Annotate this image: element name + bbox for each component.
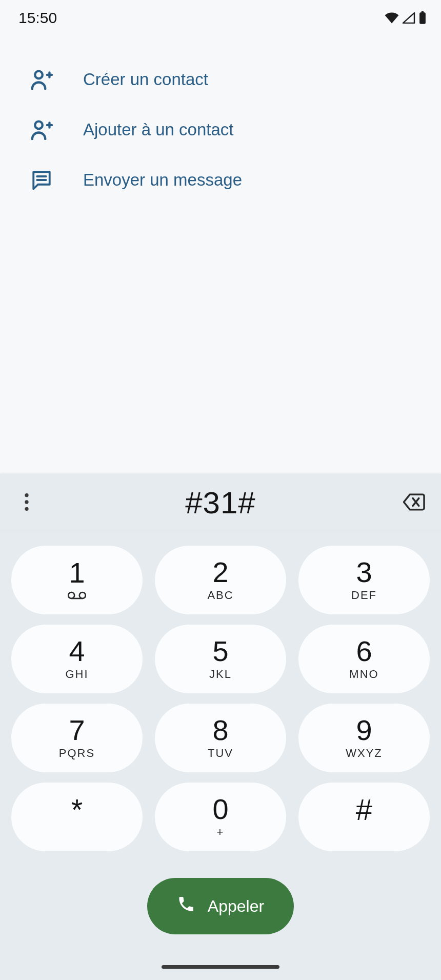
key-4[interactable]: 4 GHI (11, 625, 143, 693)
send-message-label: Envoyer un message (83, 170, 242, 190)
nav-handle[interactable] (162, 965, 279, 969)
status-bar: 15:50 (0, 0, 441, 36)
add-to-contact-button[interactable]: Ajouter à un contact (0, 105, 441, 155)
wifi-icon (385, 12, 399, 24)
cellular-icon (402, 12, 415, 24)
key-digit: 8 (212, 716, 228, 745)
svg-point-3 (35, 122, 43, 129)
key-7[interactable]: 7 PQRS (11, 704, 143, 772)
svg-point-6 (25, 507, 28, 510)
key-digit: 9 (356, 716, 372, 745)
key-letters: ABC (207, 589, 233, 602)
key-letters: + (217, 826, 225, 839)
call-button[interactable]: Appeler (147, 878, 294, 934)
more-vert-icon (25, 493, 29, 513)
key-letters: PQRS (59, 747, 95, 760)
battery-icon (418, 11, 427, 25)
key-letters: WXYZ (346, 747, 383, 760)
key-letters: GHI (65, 668, 88, 681)
create-contact-button[interactable]: Créer un contact (0, 54, 441, 105)
backspace-button[interactable] (399, 488, 430, 518)
svg-point-4 (25, 493, 28, 497)
key-5[interactable]: 5 JKL (155, 625, 286, 693)
status-icons (385, 11, 427, 25)
svg-point-7 (68, 592, 74, 598)
svg-rect-1 (422, 11, 424, 13)
backspace-icon (403, 493, 426, 513)
add-to-contact-label: Ajouter à un contact (83, 120, 234, 139)
key-digit: 3 (356, 558, 372, 587)
key-digit: * (71, 795, 83, 825)
key-star[interactable]: * (11, 783, 143, 851)
key-letters: JKL (209, 668, 232, 681)
dialed-number[interactable]: #31# (42, 485, 399, 521)
person-add-icon (30, 68, 53, 91)
dial-display-row: #31# (0, 474, 441, 532)
keypad: 1 2 ABC 3 DEF 4 GHI 5 JKL 6 MNO (0, 532, 441, 861)
dialer-panel: #31# 1 2 ABC 3 DEF (0, 474, 441, 980)
send-message-button[interactable]: Envoyer un message (0, 155, 441, 205)
key-8[interactable]: 8 TUV (155, 704, 286, 772)
key-letters: MNO (349, 668, 378, 681)
call-label: Appeler (208, 897, 264, 916)
key-3[interactable]: 3 DEF (298, 546, 430, 614)
svg-rect-0 (419, 12, 426, 24)
key-6[interactable]: 6 MNO (298, 625, 430, 693)
voicemail-icon (68, 589, 86, 602)
svg-point-2 (35, 71, 43, 79)
nav-handle-wrap (0, 965, 441, 980)
svg-point-8 (79, 592, 86, 598)
create-contact-label: Créer un contact (83, 70, 208, 89)
key-0[interactable]: 0 + (155, 783, 286, 851)
key-digit: 2 (212, 558, 228, 587)
key-2[interactable]: 2 ABC (155, 546, 286, 614)
person-add-icon (30, 118, 53, 142)
key-digit: # (356, 795, 372, 825)
more-options-button[interactable] (11, 488, 42, 518)
phone-icon (177, 895, 195, 917)
key-hash[interactable]: # (298, 783, 430, 851)
message-icon (30, 168, 53, 192)
key-digit: 5 (212, 637, 228, 666)
key-1[interactable]: 1 (11, 546, 143, 614)
contact-actions: Créer un contact Ajouter à un contact En… (0, 36, 441, 205)
call-row: Appeler (0, 861, 441, 965)
key-digit: 7 (69, 716, 85, 745)
svg-point-5 (25, 500, 28, 504)
status-time: 15:50 (18, 9, 57, 27)
key-digit: 4 (69, 637, 85, 666)
key-digit: 6 (356, 637, 372, 666)
key-letters: TUV (208, 747, 233, 760)
key-digit: 0 (212, 795, 228, 824)
key-9[interactable]: 9 WXYZ (298, 704, 430, 772)
key-letters: DEF (351, 589, 377, 602)
key-digit: 1 (69, 558, 85, 587)
